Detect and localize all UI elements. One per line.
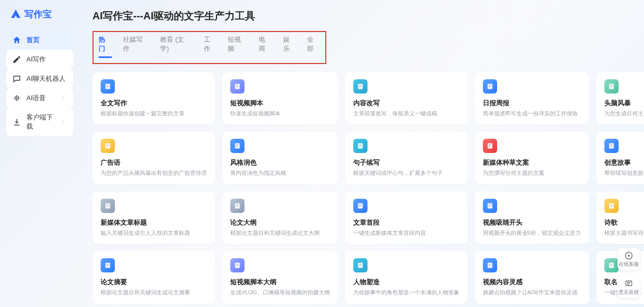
tab-5[interactable]: 电商: [259, 35, 272, 58]
svg-point-61: [628, 255, 630, 257]
tool-title: 全文写作: [101, 99, 207, 108]
tool-card-11[interactable]: 论文大纲根据论文题目和关键词生成论文大纲: [222, 192, 338, 244]
tool-card-14[interactable]: 诗歌根据主题书写诗歌: [596, 192, 644, 244]
svg-rect-35: [236, 206, 238, 206]
tool-icon: [604, 199, 619, 213]
tool-desc: 简单描述即可生成一份详实的工作报告: [483, 110, 581, 117]
tool-icon: [101, 139, 115, 153]
tool-title: 论文大纲: [230, 218, 330, 227]
tab-2[interactable]: 教育 (文学): [160, 35, 193, 58]
tool-title: 句子续写: [353, 158, 459, 167]
svg-rect-8: [359, 86, 361, 87]
tool-icon: [483, 139, 497, 153]
tool-icon: [230, 139, 244, 153]
tab-4[interactable]: 短视频: [228, 35, 248, 58]
home-icon: [12, 36, 21, 45]
tab-7[interactable]: 全部: [307, 35, 320, 58]
sidebar-item-4[interactable]: 客户端下载〉: [6, 108, 73, 136]
sidebar-item-2[interactable]: AI聊天机器人: [6, 69, 73, 88]
tool-card-0[interactable]: 全文写作根据标题快速创建一篇完整的文章: [93, 72, 215, 125]
svg-rect-17: [106, 146, 108, 146]
tab-0[interactable]: 热门: [99, 35, 112, 58]
tool-card-17[interactable]: 人物塑造为你故事中的角色塑造一个丰满的人物形象: [345, 251, 468, 303]
tool-title: 短视频脚本: [230, 99, 330, 108]
tool-title: 短视频脚本大纲: [230, 278, 330, 287]
svg-rect-23: [359, 146, 361, 146]
page-title: AI写作宝---AI驱动的文字生产力工具: [93, 9, 631, 23]
chevron-right-icon: 〉: [62, 95, 67, 102]
svg-rect-37: [359, 204, 361, 205]
svg-rect-38: [359, 206, 361, 206]
floating-actions: 在线客服 意见反馈: [618, 248, 640, 298]
tool-card-6[interactable]: 风格润色将内容润色为指定风格: [222, 132, 338, 184]
tool-desc: 根据关键词或中心句，扩展多个句子: [353, 169, 459, 177]
svg-rect-28: [610, 145, 612, 145]
tool-card-10[interactable]: 新媒体文章标题输入关键词生成引人入胜的文章标题: [93, 192, 215, 244]
tab-3[interactable]: 工作: [204, 35, 217, 58]
tool-title: 视频吸睛开头: [483, 218, 581, 227]
svg-rect-32: [106, 206, 108, 206]
tool-card-1[interactable]: 短视频脚本快速生成短视频脚本: [222, 72, 338, 125]
svg-rect-46: [106, 264, 109, 265]
category-tabs-highlight: 热门社媒写作教育 (文学)工作短视频电商娱乐全部: [93, 31, 326, 64]
tool-card-9[interactable]: 创意故事帮你续写创意故事: [596, 132, 644, 184]
brand-logo[interactable]: 写作宝: [6, 6, 73, 25]
online-service-button[interactable]: 在线客服: [618, 248, 640, 270]
tool-title: 风格润色: [230, 158, 330, 167]
tool-card-3[interactable]: 日报周报简单描述即可生成一份详实的工作报告: [475, 72, 589, 125]
tab-6[interactable]: 娱乐: [283, 35, 296, 58]
tool-desc: 帮你续写创意故事: [604, 169, 644, 177]
tool-desc: 为您的产品头脑风暴出有创意的广告宣传语: [101, 169, 207, 177]
svg-rect-5: [236, 86, 238, 87]
tool-card-15[interactable]: 论文摘要根据论文题目和关键词生成论文摘要: [93, 251, 215, 303]
main-content: AI写作宝---AI驱动的文字生产力工具 热门社媒写作教育 (文学)工作短视频电…: [79, 0, 644, 307]
svg-rect-25: [488, 145, 491, 145]
svg-rect-50: [236, 265, 238, 266]
tool-icon: [230, 199, 244, 213]
svg-rect-34: [236, 204, 238, 205]
svg-rect-56: [488, 265, 490, 266]
tool-icon: [483, 258, 497, 272]
svg-rect-62: [626, 281, 632, 286]
pencil-icon: [12, 55, 21, 64]
tool-icon: [604, 79, 619, 94]
tool-title: 新媒体文章标题: [101, 218, 207, 227]
tool-card-5[interactable]: 广告语为您的产品头脑风暴出有创意的广告宣传语: [93, 132, 215, 184]
sidebar-nav: 首页AI写作AI聊天机器人AI语音〉客户端下载〉: [6, 30, 73, 136]
feedback-button[interactable]: 意见反馈: [618, 276, 640, 298]
tool-title: 诗歌: [604, 218, 644, 227]
chevron-right-icon: 〉: [62, 118, 67, 126]
svg-rect-13: [610, 85, 612, 85]
sidebar-item-label: 首页: [26, 36, 40, 45]
tool-icon: [604, 139, 619, 153]
tool-card-18[interactable]: 视频内容灵感踌躇点拍视频？让AI写作宝来提供灵感: [475, 251, 589, 303]
sidebar-item-label: AI语音: [26, 94, 46, 103]
tool-icon: [604, 258, 619, 272]
svg-rect-16: [106, 145, 109, 145]
svg-rect-47: [106, 265, 108, 266]
tool-desc: 文章段落改写，保留原义一键成稿: [353, 110, 459, 117]
sidebar-item-1[interactable]: AI写作: [6, 50, 73, 69]
online-service-label: 在线客服: [619, 261, 639, 267]
tool-title: 论文摘要: [101, 278, 207, 287]
sidebar: 写作宝 首页AI写作AI聊天机器人AI语音〉客户端下载〉: [0, 0, 79, 307]
tool-card-4[interactable]: 头脑风暴为您生成任何主题的知识要点: [596, 72, 644, 125]
tool-card-7[interactable]: 句子续写根据关键词或中心句，扩展多个句子: [345, 132, 468, 184]
headset-icon: [624, 251, 633, 260]
svg-rect-31: [106, 204, 109, 205]
tool-card-12[interactable]: 文章首段一键生成新媒体文章首段内容: [345, 192, 468, 244]
sidebar-item-0[interactable]: 首页: [6, 30, 73, 50]
tool-card-13[interactable]: 视频吸睛开头用视频开头的黄金5秒，锁定观众注意力: [475, 192, 589, 244]
tool-title: 视频内容灵感: [483, 278, 581, 287]
tool-icon: [353, 258, 367, 272]
tool-card-16[interactable]: 短视频脚本大纲生成VLOG、口播稿等短视频的拍摄大纲: [222, 251, 338, 303]
tab-1[interactable]: 社媒写作: [123, 35, 149, 58]
tool-card-8[interactable]: 新媒体种草文案为您撰写任何主题的文案: [475, 132, 589, 184]
tool-card-2[interactable]: 内容改写文章段落改写，保留原义一键成稿: [345, 72, 468, 125]
tool-title: 头脑风暴: [604, 99, 644, 108]
sidebar-item-3[interactable]: AI语音〉: [6, 88, 73, 108]
tool-title: 人物塑造: [353, 278, 459, 287]
tool-icon: [353, 139, 367, 153]
svg-rect-55: [488, 264, 491, 265]
chat-icon: [12, 74, 21, 83]
